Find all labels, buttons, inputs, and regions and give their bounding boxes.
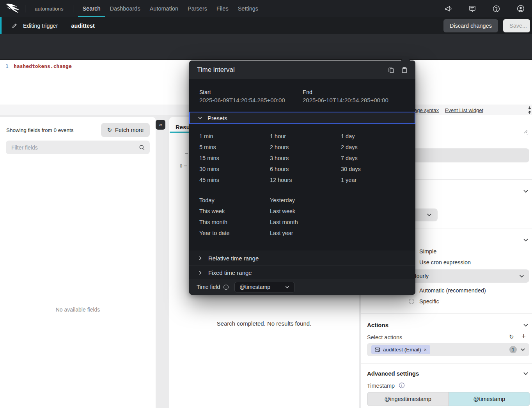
preset-item[interactable]: Today (199, 195, 230, 206)
preset-item[interactable]: 1 year (341, 175, 361, 185)
preset-item[interactable]: Last month (270, 217, 298, 228)
editing-trigger-bar: Editing trigger audittest Discard change… (0, 17, 532, 34)
presets-column-days: 1 day 2 days 7 days 30 days 1 year (341, 131, 361, 185)
fixed-time-range-row[interactable]: Fixed time range (189, 265, 415, 280)
end-label: End (303, 89, 312, 95)
preset-item[interactable]: This week (199, 206, 230, 217)
tab-parsers[interactable]: Parsers (183, 0, 212, 17)
segment-timestamp[interactable]: @timestamp (449, 392, 530, 406)
preset-item[interactable]: This month (199, 217, 230, 228)
repo-name[interactable]: automations (35, 6, 64, 12)
nav-divider (25, 5, 25, 12)
time-field-dropdown[interactable]: @timestamp (234, 282, 295, 292)
query-text[interactable]: hashedtokens.change (14, 63, 72, 69)
end-value[interactable]: 2025-06-10T14:20:54.285+00:00 (303, 97, 388, 103)
radio-icon (409, 299, 414, 304)
actions-chevron-down-icon[interactable] (523, 322, 529, 328)
section-chevron-down-icon[interactable] (523, 188, 529, 194)
relative-time-range-row[interactable]: Relative time range (189, 251, 415, 265)
chevron-down-icon (519, 273, 525, 279)
collapse-fields-button[interactable]: « (156, 120, 165, 130)
chevron-down-icon (285, 285, 290, 290)
tab-automation[interactable]: Automation (145, 0, 183, 17)
search-icon (139, 144, 145, 151)
chevron-down-icon (197, 115, 203, 121)
action-chip[interactable]: audittest (Email) × (371, 345, 430, 354)
preset-item[interactable]: Last week (270, 206, 298, 217)
event-list-widget-link[interactable]: Event List widget (445, 107, 483, 113)
preset-item[interactable]: 2 days (341, 142, 361, 153)
timestamp-label: Timestamp (367, 383, 395, 389)
segment-ingesttimestamp[interactable]: @ingesttimestamp (367, 392, 449, 406)
collapse-editor-icon[interactable] (527, 106, 532, 114)
preset-item[interactable]: 1 day (341, 131, 361, 142)
chart-axis-zero: 0 (180, 164, 182, 168)
actions-title: Actions (367, 322, 388, 328)
form-divider (361, 363, 532, 363)
advanced-chevron-down-icon[interactable] (523, 371, 529, 377)
tab-dashboards[interactable]: Dashboards (105, 0, 145, 17)
run-on-option-specific[interactable]: Specific (409, 298, 439, 305)
dialog-caret (401, 56, 410, 61)
tab-files[interactable]: Files (212, 0, 233, 17)
named-ranges-column-last: Yesterday Last week Last month Last year (270, 195, 298, 239)
preset-item[interactable]: 5 mins (199, 142, 219, 153)
info-icon[interactable] (399, 382, 405, 388)
timestamp-segmented-control: @ingesttimestamp @timestamp (367, 392, 530, 406)
preset-item[interactable]: 30 days (341, 164, 361, 175)
preset-item[interactable]: 45 mins (199, 175, 219, 185)
preset-item[interactable]: 2 hours (270, 142, 292, 153)
refresh-actions-icon[interactable]: ↻ (509, 333, 514, 340)
preset-item[interactable]: 1 hour (270, 131, 292, 142)
dialog-title: Time interval (197, 66, 235, 74)
select-actions-label: Select actions (367, 334, 402, 340)
dialog-header: Time interval (189, 61, 415, 79)
preset-item[interactable]: 3 hours (270, 153, 292, 164)
filter-fields-input[interactable] (6, 144, 139, 151)
preset-item[interactable]: 30 mins (199, 164, 219, 175)
tab-search[interactable]: Search (78, 0, 105, 17)
actions-select-box[interactable]: audittest (Email) × 1 (367, 343, 529, 356)
trigger-name: audittest (71, 23, 94, 29)
start-value[interactable]: 2025-06-09T14:20:54.285+00:00 (199, 97, 285, 103)
save-button[interactable]: Save... (503, 19, 530, 32)
add-action-icon[interactable]: + (521, 332, 526, 340)
presets-column-hours: 1 hour 2 hours 3 hours 6 hours 12 hours (270, 131, 292, 185)
preset-item[interactable]: 1 min (199, 131, 219, 142)
preset-item[interactable]: 15 mins (199, 153, 219, 164)
top-nav: automations Search Dashboards Automation… (0, 0, 532, 17)
chevron-down-icon (426, 212, 432, 218)
chevron-right-icon (198, 270, 203, 275)
help-icon[interactable] (492, 5, 500, 13)
crowdstrike-logo-icon[interactable] (5, 3, 22, 14)
info-icon[interactable] (223, 284, 229, 290)
run-on-option-automatic[interactable]: Automatic (recommended) (409, 287, 486, 294)
copy-icon[interactable] (388, 67, 394, 73)
preset-item[interactable]: 6 hours (270, 164, 292, 175)
time-field-label: Time field (197, 284, 220, 290)
preset-item[interactable]: 12 hours (270, 175, 292, 185)
close-icon[interactable]: × (424, 347, 427, 353)
paste-icon[interactable] (401, 67, 408, 73)
avatar-icon[interactable] (516, 4, 525, 13)
form-divider (361, 313, 532, 314)
presets-section-header[interactable]: Presets (189, 112, 415, 124)
chart-tick (185, 153, 188, 154)
feedback-icon[interactable] (468, 5, 476, 12)
preset-item[interactable]: Year to date (199, 228, 230, 239)
presets-label: Presets (207, 115, 227, 121)
preset-item[interactable]: Last year (270, 228, 298, 239)
preset-item[interactable]: 7 days (341, 153, 361, 164)
section-chevron-down-icon[interactable] (523, 237, 529, 243)
schedule-option-cron[interactable]: Use cron expression (409, 259, 471, 265)
discard-changes-button[interactable]: Discard changes (443, 19, 498, 32)
tab-settings[interactable]: Settings (233, 0, 263, 17)
announcements-icon[interactable] (444, 5, 452, 13)
resize-handle-icon[interactable] (524, 130, 528, 134)
frequency-dropdown[interactable]: Hourly (408, 269, 529, 283)
preset-item[interactable]: Yesterday (270, 195, 298, 206)
line-number: 1 (5, 63, 9, 69)
chevron-down-icon (520, 347, 526, 353)
email-icon (375, 347, 380, 352)
fetch-more-button[interactable]: ↻ Fetch more (101, 123, 150, 137)
